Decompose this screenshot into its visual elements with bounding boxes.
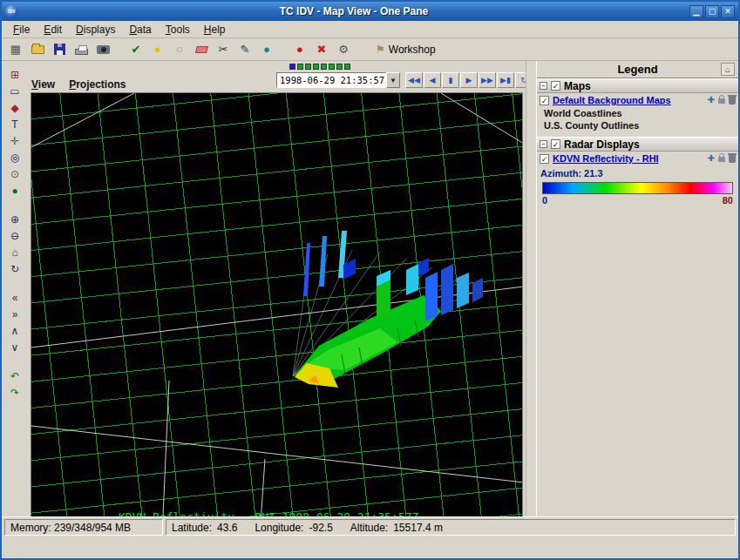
save-icon[interactable] xyxy=(49,40,70,59)
time-step[interactable] xyxy=(336,64,343,70)
map-canvas[interactable]: KDVN Reflectivity - RHI 1998-06-29 21:35… xyxy=(31,92,523,535)
view-menu[interactable]: View xyxy=(31,78,55,91)
dashboard-icon[interactable]: ▦ xyxy=(5,40,26,59)
workshop-button[interactable]: ⚑ Workshop xyxy=(370,42,441,57)
gear-icon: ⚙ xyxy=(338,43,349,56)
zoom-in-icon[interactable]: ⊕ xyxy=(5,211,24,227)
earth-tool-icon[interactable]: ● xyxy=(5,182,24,199)
scissors-icon: ✂ xyxy=(219,43,228,56)
panel-splitter[interactable] xyxy=(526,61,536,537)
go-to-end-button[interactable]: ▶▮ xyxy=(497,72,514,88)
clock-tool-icon[interactable]: ⊙ xyxy=(5,165,24,182)
bulb-off-icon[interactable]: ○ xyxy=(169,40,190,59)
window-title: TC IDV - Map View - One Pane xyxy=(18,5,689,17)
remove-displays-icon[interactable]: ✖ xyxy=(311,40,332,59)
minimize-button[interactable]: ▁ xyxy=(689,5,703,18)
zoom-out-icon[interactable]: ⊖ xyxy=(5,227,24,244)
kdvn-reflectivity-link[interactable]: KDVN Reflectivity - RHI xyxy=(553,153,659,164)
rings-glyph: ◎ xyxy=(10,152,19,164)
time-step[interactable] xyxy=(313,64,319,70)
latitude-label: Latitude: xyxy=(172,522,212,534)
step-back-button[interactable]: ◀ xyxy=(424,72,441,88)
eraser-icon[interactable] xyxy=(191,40,212,59)
go-to-start-button[interactable]: ◀◀ xyxy=(405,72,423,88)
globe-glyph: ● xyxy=(263,43,270,56)
text-tool-icon[interactable]: T xyxy=(5,116,24,132)
lock-display-icon[interactable] xyxy=(718,98,725,104)
collapse-maps-button[interactable]: − xyxy=(540,82,547,90)
rotate-right-icon[interactable]: » xyxy=(5,306,24,322)
radar-visibility-checkbox[interactable]: ✓ xyxy=(551,139,560,149)
azimuth-readout: Azimuth: 21.3 xyxy=(537,165,738,180)
reflectivity-colorbar[interactable] xyxy=(542,182,733,194)
radar-rhi-display xyxy=(295,231,483,388)
marker-tool-icon[interactable]: ◆ xyxy=(5,99,24,116)
rotate-left-glyph: « xyxy=(12,292,18,304)
rotate-left-icon[interactable]: « xyxy=(5,289,24,306)
menu-displays[interactable]: Displays xyxy=(70,22,121,37)
stop-button[interactable]: ▮ xyxy=(442,72,459,88)
bulb-off-glyph: ○ xyxy=(176,43,183,56)
record-movie-icon[interactable]: ● xyxy=(289,40,310,59)
projection-tool-icon[interactable]: ⊞ xyxy=(5,66,24,83)
time-step[interactable] xyxy=(329,64,335,70)
text-glyph: T xyxy=(11,118,17,131)
bulb-on-icon[interactable]: ● xyxy=(147,40,168,59)
unlock-display-icon[interactable] xyxy=(718,157,725,162)
undo-icon[interactable]: ↶ xyxy=(5,368,24,384)
menu-help[interactable]: Help xyxy=(198,22,232,37)
time-dropdown-button[interactable]: ▼ xyxy=(386,72,400,88)
collapse-radar-button[interactable]: − xyxy=(540,140,547,148)
radar-section-header: − ✓ Radar Displays xyxy=(537,137,738,152)
record-glyph: ● xyxy=(296,43,303,56)
open-file-icon[interactable] xyxy=(27,40,48,59)
home-view-icon[interactable]: ⌂ xyxy=(5,244,24,260)
time-step-selected[interactable] xyxy=(289,64,295,70)
rotate-right-glyph: » xyxy=(12,308,18,320)
move-display-icon[interactable]: ✚ xyxy=(708,153,715,163)
folder-icon xyxy=(31,45,44,54)
colorbar-min-label: 0 xyxy=(542,195,547,206)
fast-forward-button[interactable]: ▶▶ xyxy=(479,72,496,88)
time-step[interactable] xyxy=(305,64,311,70)
menu-data[interactable]: Data xyxy=(123,22,157,37)
menu-tools[interactable]: Tools xyxy=(160,22,196,37)
time-step[interactable] xyxy=(321,64,327,70)
latitude-value: 43.6 xyxy=(217,522,237,534)
projections-menu[interactable]: Projections xyxy=(69,78,126,91)
remove-display-icon[interactable] xyxy=(729,155,736,163)
print-icon[interactable] xyxy=(71,40,92,59)
title-bar[interactable]: IDV TC IDV - Map View - One Pane ▁ ▢ ✕ xyxy=(2,2,738,21)
screen-capture-icon[interactable] xyxy=(92,40,113,59)
close-x-icon: ✖ xyxy=(317,43,327,56)
menu-file[interactable]: File xyxy=(7,22,36,37)
tilt-up-icon[interactable]: ∧ xyxy=(5,322,24,339)
maximize-button[interactable]: ▢ xyxy=(705,5,719,18)
set-region-tool-icon[interactable]: ▭ xyxy=(5,83,24,99)
reset-view-icon[interactable]: ↻ xyxy=(5,260,24,277)
redo-icon[interactable]: ↷ xyxy=(5,384,24,401)
range-rings-tool-icon[interactable]: ◎ xyxy=(5,149,24,165)
tilt-down-glyph: ∨ xyxy=(11,341,19,354)
status-bar: Memory: 239/348/954 MB Latitude: 43.6 Lo… xyxy=(2,516,738,537)
cut-icon[interactable]: ✂ xyxy=(213,40,234,59)
float-legend-button[interactable]: ⌂ xyxy=(721,63,735,76)
maps-visibility-checkbox[interactable]: ✓ xyxy=(551,81,560,91)
edit-draw-icon[interactable]: ✎ xyxy=(234,40,255,59)
settings-icon[interactable]: ⚙ xyxy=(333,40,354,59)
move-display-icon[interactable]: ✚ xyxy=(708,95,715,105)
time-step[interactable] xyxy=(344,64,350,70)
globe-icon[interactable]: ● xyxy=(256,40,277,59)
time-step[interactable] xyxy=(297,64,303,70)
menu-edit[interactable]: Edit xyxy=(37,22,68,37)
tilt-up-glyph: ∧ xyxy=(11,325,19,337)
tilt-down-icon[interactable]: ∨ xyxy=(5,339,24,355)
kdvn-checkbox[interactable]: ✓ xyxy=(540,154,549,164)
apply-icon[interactable]: ✔ xyxy=(126,40,146,59)
remove-display-icon[interactable] xyxy=(729,97,736,105)
default-background-maps-link[interactable]: Default Background Maps xyxy=(553,95,671,105)
close-button[interactable]: ✕ xyxy=(721,5,735,18)
measure-tool-icon[interactable]: ✛ xyxy=(5,132,24,149)
step-forward-button[interactable]: ▶ xyxy=(460,72,478,88)
default-maps-checkbox[interactable]: ✓ xyxy=(540,96,549,105)
